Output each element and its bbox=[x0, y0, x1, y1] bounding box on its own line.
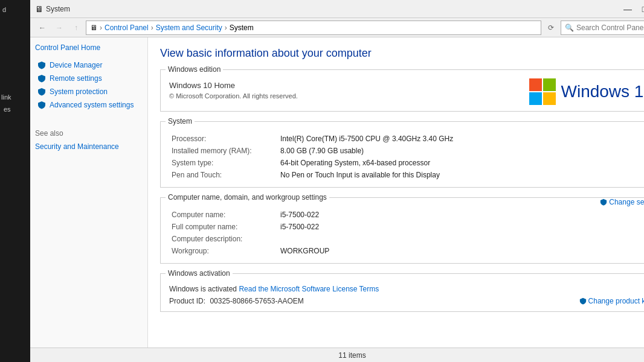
page-title: View basic information about your comput… bbox=[160, 47, 644, 60]
table-row: Computer name:i5-7500-022 bbox=[169, 209, 644, 221]
info-value bbox=[278, 233, 644, 245]
table-row: Workgroup:WORKGROUP bbox=[169, 245, 644, 257]
windows-logo: Windows 10 bbox=[529, 78, 644, 105]
maximize-button[interactable]: □ bbox=[637, 3, 644, 15]
activation-section: Windows activation Windows is activated … bbox=[160, 273, 644, 312]
search-input[interactable] bbox=[576, 24, 644, 32]
shield-icon-remote bbox=[37, 74, 46, 83]
system-section-label: System bbox=[166, 117, 195, 125]
shield-icon-device bbox=[37, 61, 46, 69]
breadcrumb-controlpanel[interactable]: Control Panel bbox=[105, 24, 149, 32]
sidebar-label-system-protection: System protection bbox=[50, 87, 108, 96]
computer-name-info-table: Computer name:i5-7500-022Full computer n… bbox=[169, 209, 644, 257]
info-label: Workgroup: bbox=[169, 245, 278, 257]
taskbar-strip: d link es bbox=[0, 0, 30, 362]
title-bar-controls: — □ ✕ bbox=[620, 3, 644, 15]
sidebar-label-advanced-settings: Advanced system settings bbox=[50, 101, 134, 109]
title-bar-text: System bbox=[46, 5, 70, 13]
product-id-value: 00325-80866-57653-AAOEM bbox=[210, 297, 303, 305]
info-label: Full computer name: bbox=[169, 221, 278, 233]
taskbar-label-es: es bbox=[4, 106, 11, 113]
info-value: i5-7500-022 bbox=[278, 221, 644, 233]
status-bar: 11 items bbox=[30, 348, 644, 362]
info-label: Installed memory (RAM): bbox=[169, 145, 278, 157]
computer-name-section: Computer name, domain, and workgroup set… bbox=[160, 197, 644, 264]
sidebar-label-device-manager: Device Manager bbox=[50, 61, 102, 69]
up-button[interactable]: ↑ bbox=[69, 21, 83, 35]
info-label: Pen and Touch: bbox=[169, 169, 278, 181]
info-value: WORKGROUP bbox=[278, 245, 644, 257]
shield-icon-advanced bbox=[37, 101, 46, 109]
table-row: Pen and Touch:No Pen or Touch Input is a… bbox=[169, 169, 644, 181]
nav-bar: ← → ↑ 🖥 › Control Panel › System and Sec… bbox=[30, 18, 644, 37]
sidebar: Control Panel Home Device Manager Remote… bbox=[30, 37, 148, 348]
change-product-key-link[interactable]: Change product key bbox=[579, 297, 644, 305]
system-info-table: Processor:Intel(R) Core(TM) i5-7500 CPU … bbox=[169, 133, 644, 181]
windows-edition-area: Windows 10 Home © Microsoft Corporation.… bbox=[169, 76, 644, 105]
window-icon: 🖥 bbox=[35, 4, 43, 14]
forward-button[interactable]: → bbox=[52, 21, 66, 35]
info-value: No Pen or Touch Input is available for t… bbox=[278, 169, 644, 181]
windows-flag-icon bbox=[529, 78, 556, 105]
sidebar-link-security[interactable]: Security and Maintenance bbox=[35, 141, 143, 152]
flag-bl bbox=[529, 92, 542, 105]
product-id-label: Product ID: bbox=[169, 297, 205, 305]
activation-section-label: Windows activation bbox=[166, 269, 233, 278]
computer-name-section-label: Computer name, domain, and workgroup set… bbox=[166, 193, 329, 202]
system-section: System Processor:Intel(R) Core(TM) i5-75… bbox=[160, 121, 644, 188]
info-label: Processor: bbox=[169, 133, 278, 145]
table-row: System type:64-bit Operating System, x64… bbox=[169, 157, 644, 169]
minimize-button[interactable]: — bbox=[620, 3, 636, 15]
breadcrumb-icon: 🖥 bbox=[90, 24, 97, 32]
activation-row: Windows is activated Read the Microsoft … bbox=[169, 285, 644, 293]
sidebar-item-advanced-settings[interactable]: Advanced system settings bbox=[35, 99, 143, 111]
table-row: Full computer name:i5-7500-022 bbox=[169, 221, 644, 233]
table-row: Installed memory (RAM):8.00 GB (7.90 GB … bbox=[169, 145, 644, 157]
shield-icon-protection bbox=[37, 87, 46, 96]
info-label: Computer name: bbox=[169, 209, 278, 221]
search-box: 🔍 bbox=[561, 21, 644, 35]
breadcrumb-bar: 🖥 › Control Panel › System and Security … bbox=[86, 21, 541, 35]
system-window: 🖥 System — □ ✕ ← → ↑ 🖥 › Control Panel ›… bbox=[30, 0, 644, 362]
shield-icon-product bbox=[579, 297, 587, 305]
flag-br bbox=[543, 92, 556, 105]
windows-edition-section: Windows edition Windows 10 Home © Micros… bbox=[160, 69, 644, 112]
taskbar-label-link: link bbox=[1, 94, 11, 101]
title-bar: 🖥 System — □ ✕ bbox=[30, 0, 644, 18]
flag-tr bbox=[543, 78, 556, 91]
info-label: Computer description: bbox=[169, 233, 278, 245]
taskbar-label-d: d bbox=[2, 6, 6, 13]
info-value: Intel(R) Core(TM) i5-7500 CPU @ 3.40GHz … bbox=[278, 133, 644, 145]
edition-name: Windows 10 Home bbox=[169, 81, 529, 90]
edition-copyright: © Microsoft Corporation. All rights rese… bbox=[169, 92, 529, 100]
content-area: View basic information about your comput… bbox=[148, 37, 644, 348]
edition-info: Windows 10 Home © Microsoft Corporation.… bbox=[169, 76, 529, 100]
sidebar-item-remote-settings[interactable]: Remote settings bbox=[35, 72, 143, 84]
sidebar-label-remote-settings: Remote settings bbox=[50, 74, 102, 83]
activation-license-link[interactable]: Read the Microsoft Software License Term… bbox=[239, 285, 379, 293]
info-value: 64-bit Operating System, x64-based proce… bbox=[278, 157, 644, 169]
back-button[interactable]: ← bbox=[35, 21, 50, 35]
table-row: Processor:Intel(R) Core(TM) i5-7500 CPU … bbox=[169, 133, 644, 145]
title-bar-left: 🖥 System bbox=[35, 4, 70, 14]
windows-edition-label: Windows edition bbox=[166, 65, 223, 74]
refresh-button[interactable]: ⟳ bbox=[544, 21, 558, 35]
main-content: Control Panel Home Device Manager Remote… bbox=[30, 37, 644, 348]
search-icon: 🔍 bbox=[565, 24, 574, 32]
shield-icon-change bbox=[600, 198, 607, 206]
breadcrumb-security[interactable]: System and Security bbox=[156, 24, 222, 32]
sidebar-item-device-manager[interactable]: Device Manager bbox=[35, 59, 143, 71]
info-value: 8.00 GB (7.90 GB usable) bbox=[278, 145, 644, 157]
items-count: 11 items bbox=[338, 351, 365, 360]
breadcrumb-system: System bbox=[230, 24, 254, 32]
flag-tl bbox=[529, 78, 542, 91]
table-row: Computer description: bbox=[169, 233, 644, 245]
product-id: Product ID: 00325-80866-57653-AAOEM bbox=[169, 297, 304, 305]
sidebar-item-system-protection[interactable]: System protection bbox=[35, 86, 143, 98]
windows-logo-text: Windows 10 bbox=[561, 82, 644, 101]
info-value: i5-7500-022 bbox=[278, 209, 644, 221]
activation-status: Windows is activated bbox=[169, 285, 237, 293]
see-also-section: See also Security and Maintenance bbox=[35, 129, 143, 152]
change-settings-link[interactable]: Change settings bbox=[600, 198, 644, 206]
control-panel-home[interactable]: Control Panel Home bbox=[35, 43, 143, 52]
